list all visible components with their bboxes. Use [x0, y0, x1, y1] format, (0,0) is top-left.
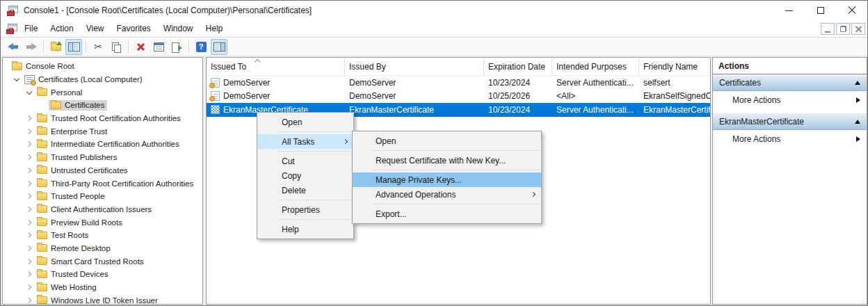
chevron-right-icon[interactable] — [24, 155, 35, 159]
chevron-right-icon[interactable] — [24, 220, 35, 225]
tree-item-preview-build-roots[interactable]: Preview Build Roots — [3, 216, 202, 229]
chevron-right-icon[interactable] — [24, 182, 35, 186]
tree-item-console-root[interactable]: Console Root — [3, 60, 202, 73]
context-menu-item-properties[interactable]: Properties — [257, 202, 353, 217]
tree-item-trusted-root-certification-authorities[interactable]: Trusted Root Certification Authorities — [3, 112, 202, 125]
cut-button[interactable]: ✂ — [90, 39, 106, 55]
tree-item-smart-card-trusted-roots[interactable]: Smart Card Trusted Roots — [3, 255, 202, 268]
tree-item-untrusted-certificates[interactable]: Untrusted Certificates — [3, 164, 202, 177]
tree-item-remote-desktop[interactable]: Remote Desktop — [3, 242, 202, 255]
forward-button[interactable] — [23, 39, 40, 55]
menu-item-label: All Tasks — [282, 137, 314, 147]
tree-item-label: Windows Live ID Token Issuer — [51, 296, 158, 305]
menu-file[interactable]: File — [18, 20, 44, 37]
column-header-issued-to[interactable]: Issued To — [207, 58, 345, 75]
tree-item-label: Web Hosting — [51, 283, 97, 291]
submenu-item-request-certificate-with-new-key[interactable]: Request Certificate with New Key... — [353, 153, 541, 168]
certificate-row[interactable]: DemoServer DemoServer 10/23/2024 Server … — [207, 76, 710, 90]
folder-icon — [37, 193, 47, 200]
menu-view[interactable]: View — [80, 20, 111, 37]
mdi-minimize-button[interactable] — [821, 23, 835, 35]
folder-icon — [37, 218, 47, 226]
tree-item-personal[interactable]: Personal — [3, 86, 202, 99]
maximize-button[interactable] — [805, 1, 836, 20]
menu-separator — [278, 151, 351, 152]
show-hide-console-tree-button[interactable] — [65, 39, 82, 55]
actions-section-certificates[interactable]: Certificates — [713, 74, 867, 91]
column-header-friendly-name[interactable]: Friendly Name — [639, 58, 710, 75]
submenu-item-manage-private-keys[interactable]: Manage Private Keys... — [353, 172, 541, 187]
column-header-issued-by[interactable]: Issued By — [345, 58, 484, 75]
tree-item-enterprise-trust[interactable]: Enterprise Trust — [3, 124, 202, 138]
folder-icon — [37, 296, 47, 304]
context-menu-item-delete[interactable]: Delete — [257, 183, 353, 198]
up-one-level-button[interactable] — [47, 39, 64, 55]
help-button[interactable]: ? — [193, 39, 209, 55]
chevron-right-icon[interactable] — [24, 194, 35, 198]
cell-intended-purposes: <All> — [552, 90, 639, 104]
chevron-right-icon[interactable] — [24, 285, 35, 289]
submenu-item-export[interactable]: Export... — [353, 207, 541, 221]
tree-item-windows-live-id-token-issuer[interactable]: Windows Live ID Token Issuer — [3, 293, 202, 305]
tree-item-trusted-publishers[interactable]: Trusted Publishers — [3, 151, 202, 164]
close-icon — [848, 6, 856, 15]
menu-action[interactable]: Action — [44, 20, 79, 37]
chevron-expanded-icon[interactable] — [11, 76, 22, 82]
menu-window[interactable]: Window — [157, 20, 200, 37]
context-menu-item-cut[interactable]: Cut — [257, 154, 353, 168]
chevron-right-icon[interactable] — [24, 272, 35, 276]
chevron-right-icon[interactable] — [24, 142, 35, 146]
tree-item-client-authentication-issuers[interactable]: Client Authentication Issuers — [3, 203, 202, 216]
submenu-item-advanced-operations[interactable]: Advanced Operations — [353, 187, 541, 202]
actions-section-ekranmastercertificate[interactable]: EkranMasterCertificate — [713, 113, 867, 130]
chevron-right-icon[interactable] — [24, 259, 35, 264]
copy-button[interactable] — [108, 39, 124, 55]
back-arrow-icon — [8, 43, 19, 51]
tree-item-certificates-selected[interactable]: Certificates — [3, 99, 202, 112]
context-menu-item-all-tasks[interactable]: All Tasks — [257, 134, 353, 149]
chevron-right-icon[interactable] — [24, 246, 35, 250]
collapse-triangle-icon[interactable] — [855, 81, 860, 85]
chevron-right-icon[interactable] — [24, 116, 35, 120]
more-actions-ekranmastercertificate[interactable]: More Actions — [713, 130, 867, 148]
delete-button[interactable] — [132, 39, 149, 55]
column-header-expiration-date[interactable]: Expiration Date — [484, 58, 552, 75]
more-actions-certificates[interactable]: More Actions — [713, 91, 867, 109]
chevron-right-icon[interactable] — [24, 207, 35, 211]
toolbar-separator — [188, 40, 189, 53]
context-menu-item-help[interactable]: Help — [257, 222, 353, 236]
properties-button[interactable] — [150, 39, 167, 55]
console-tree-panel: Console Root Certificates (Local Compute… — [2, 57, 203, 305]
show-hide-action-pane-button[interactable] — [211, 39, 227, 55]
chevron-right-icon[interactable] — [24, 129, 35, 134]
list-header: Issued To Issued By Expiration Date Inte… — [207, 58, 710, 76]
title-bar: Console1 - [Console Root\Certificates (L… — [1, 1, 867, 20]
back-button[interactable] — [5, 39, 22, 55]
menu-favorites[interactable]: Favorites — [111, 20, 157, 37]
chevron-right-icon[interactable] — [24, 298, 35, 303]
close-button[interactable] — [836, 1, 867, 20]
tree-item-third-party-root-certification-authorities[interactable]: Third-Party Root Certification Authoriti… — [3, 177, 202, 190]
minimize-button[interactable] — [773, 1, 805, 20]
chevron-right-icon[interactable] — [24, 168, 35, 172]
collapse-triangle-icon[interactable] — [855, 120, 860, 124]
export-list-button[interactable] — [168, 39, 185, 55]
context-menu-item-open[interactable]: Open — [257, 115, 353, 129]
tree-item-trusted-people[interactable]: Trusted People — [3, 190, 202, 203]
tree-item-intermediate-certification-authorities[interactable]: Intermediate Certification Authorities — [3, 138, 202, 151]
certificate-row[interactable]: DemoServer DemoServer 10/25/2026 <All> E… — [207, 90, 710, 104]
submenu-item-open[interactable]: Open — [353, 134, 541, 148]
copy-icon — [112, 42, 120, 51]
chevron-expanded-icon[interactable] — [24, 90, 35, 95]
tree-item-trusted-devices[interactable]: Trusted Devices — [3, 268, 202, 281]
mdi-restore-button[interactable] — [836, 23, 850, 35]
tree-item-label: Client Authentication Issuers — [51, 205, 152, 214]
tree-item-web-hosting[interactable]: Web Hosting — [3, 281, 202, 294]
context-menu-item-copy[interactable]: Copy — [257, 168, 353, 183]
menu-help[interactable]: Help — [200, 20, 230, 37]
chevron-right-icon[interactable] — [24, 233, 35, 237]
column-header-intended-purposes[interactable]: Intended Purposes — [552, 58, 639, 75]
tree-item-test-roots[interactable]: Test Roots — [3, 229, 202, 242]
mdi-close-button[interactable] — [851, 23, 865, 35]
tree-item-certificates-local-computer[interactable]: Certificates (Local Computer) — [3, 73, 202, 86]
